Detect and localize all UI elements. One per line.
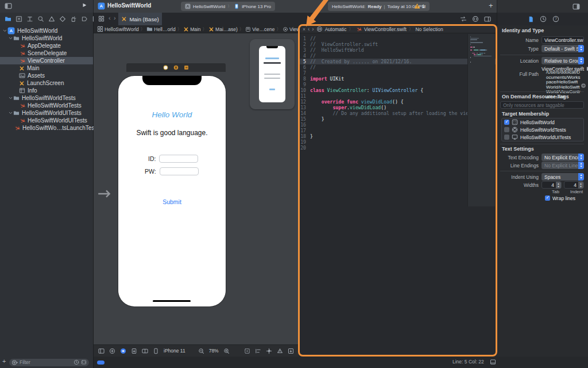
add-editor-icon[interactable] — [484, 16, 491, 22]
code-minimap[interactable] — [467, 34, 495, 206]
nav-project-icon[interactable] — [5, 16, 11, 22]
target-checkbox[interactable] — [504, 135, 509, 140]
scheme-selector[interactable]: HelloSwiftWorld 〉 iPhone 13 Pro — [181, 2, 275, 11]
code-forward-button[interactable]: › — [312, 26, 314, 32]
tab-back-button[interactable]: ‹ — [109, 14, 111, 21]
device-name[interactable]: iPhone 11 — [164, 348, 185, 354]
panel-left-icon[interactable] — [5, 2, 12, 10]
navigator-item-info[interactable]: Info — [0, 87, 93, 94]
sb-preview-icon[interactable] — [120, 348, 126, 354]
history-inspector-icon[interactable] — [540, 16, 547, 22]
text-encoding-dropdown[interactable]: No Explicit Encoding▲▼ — [541, 154, 584, 161]
disclosure-chevron-icon[interactable] — [2, 28, 7, 33]
panel-right-icon[interactable] — [572, 3, 580, 10]
target-checkbox[interactable] — [504, 127, 509, 132]
view-controller-scene[interactable]: Hello World Swift is good language. ID: … — [118, 76, 226, 306]
tag-mini-icon[interactable] — [81, 359, 87, 365]
submit-button[interactable]: Submit — [118, 198, 226, 205]
disclosure-chevron-icon[interactable] — [8, 95, 13, 101]
warning-badge[interactable]: 1 — [414, 3, 425, 9]
filter-field[interactable]: Filter — [9, 359, 89, 366]
swap-arrows-icon[interactable] — [460, 16, 467, 22]
name-field[interactable]: ViewController.swift — [541, 36, 584, 44]
exit-dock-icon[interactable] — [184, 65, 189, 70]
add-constraints-icon[interactable] — [266, 348, 272, 354]
nav-find-icon[interactable] — [37, 16, 44, 22]
zoom-in-icon[interactable] — [223, 348, 230, 354]
vc-dock-icon[interactable] — [163, 65, 168, 70]
new-tab-button[interactable]: + — [489, 1, 493, 10]
navigator-item-helloswiftwo-tslaunchtests[interactable]: HelloSwiftWo…tsLaunchTests — [0, 124, 93, 132]
jump-bar-selection[interactable]: No Selection — [415, 26, 443, 32]
goto-arrow-icon[interactable] — [581, 83, 586, 89]
add-file-button[interactable]: + — [2, 358, 6, 365]
review-circle-icon[interactable] — [472, 16, 479, 22]
breadcrumb-item[interactable]: Hell…orld — [146, 26, 175, 32]
sb-split-icon[interactable] — [142, 348, 148, 354]
help-inspector-icon[interactable]: ? — [552, 16, 559, 22]
tab-forward-button[interactable]: › — [114, 14, 116, 21]
code-back-button[interactable]: ‹ — [308, 26, 310, 32]
sb-device-icon[interactable] — [131, 348, 137, 354]
storyboard-preview-thumbnail[interactable] — [250, 39, 295, 109]
entry-arrow-icon[interactable] — [97, 186, 112, 201]
indent-width-stepper[interactable]: 4▲▼ — [564, 181, 584, 189]
pw-label[interactable]: PW: — [145, 168, 156, 175]
navigator-item-viewcontroller[interactable]: ViewController — [0, 57, 93, 64]
navigator-item-assets[interactable]: Assets — [0, 72, 93, 79]
id-text-field[interactable] — [159, 155, 198, 163]
grid-icon[interactable] — [98, 16, 105, 22]
disclosure-chevron-icon[interactable] — [8, 110, 13, 116]
editor-doc-icon[interactable] — [490, 359, 496, 365]
clock-mini-icon[interactable] — [74, 359, 79, 365]
jump-bar-file[interactable]: ViewController.swift — [364, 26, 407, 32]
navigator-item-helloswiftworlduitests[interactable]: HelloSwiftWorldUITests — [0, 109, 93, 117]
nav-issue-icon[interactable] — [48, 16, 55, 22]
close-assistant-button[interactable]: × — [303, 26, 305, 32]
scheme-name[interactable]: HelloSwiftWorld — [193, 4, 225, 9]
nav-symbol-icon[interactable] — [26, 16, 33, 22]
sb-panel-icon[interactable] — [98, 348, 105, 354]
odr-tags-field[interactable]: Only resources are taggable — [500, 101, 584, 109]
play-icon[interactable] — [82, 2, 87, 8]
navigator-item-helloswiftworldtests[interactable]: HelloSwiftWorldTests — [0, 102, 93, 109]
navigator-item-helloswiftworldtests[interactable]: HelloSwiftWorldTests — [0, 94, 93, 102]
file-inspector-icon[interactable] — [528, 16, 534, 22]
navigator-item-appdelegate[interactable]: AppDelegate — [0, 42, 93, 49]
code-editor[interactable]: × ‹ › Automatic 〉 ViewController.swift 〉… — [299, 25, 497, 356]
tab-width-stepper[interactable]: 4▲▼ — [541, 181, 562, 189]
breadcrumb-item[interactable]: View Controller — [283, 26, 299, 32]
wrap-lines-checkbox[interactable] — [545, 195, 550, 201]
update-frames-icon[interactable] — [244, 348, 250, 354]
navigator-item-helloswiftworld[interactable]: HelloSwiftWorld — [0, 27, 93, 34]
subtitle-label[interactable]: Swift is good language. — [118, 129, 226, 137]
indent-using-dropdown[interactable]: Spaces▲▼ — [541, 173, 584, 181]
disclosure-chevron-icon[interactable] — [8, 36, 13, 41]
breadcrumb-item[interactable]: Mai…ase) — [208, 26, 238, 32]
jump-bar-mode[interactable]: Automatic — [325, 26, 347, 32]
hello-world-label[interactable]: Hello World — [118, 110, 226, 119]
pw-text-field[interactable] — [160, 167, 199, 175]
navigator-item-helloswiftworld[interactable]: HelloSwiftWorld — [0, 34, 93, 42]
sb-phone-icon[interactable] — [153, 348, 159, 354]
zoom-out-icon[interactable] — [198, 348, 204, 354]
nav-test-icon[interactable] — [59, 16, 66, 22]
navigator-item-launchscreen[interactable]: LaunchScreen — [0, 79, 93, 87]
run-destination[interactable]: iPhone 13 Pro — [242, 4, 271, 9]
navigator-item-scenedelegate[interactable]: SceneDelegate — [0, 49, 93, 57]
nav-source-icon[interactable] — [16, 16, 22, 22]
nav-debug-icon[interactable] — [70, 16, 77, 22]
responder-dock-icon[interactable] — [173, 65, 179, 70]
embed-icon[interactable] — [288, 348, 294, 354]
target-checkbox[interactable] — [504, 120, 509, 125]
breadcrumb-item[interactable]: Main — [183, 26, 200, 32]
tab-main-storyboard[interactable]: Main (Base) — [118, 13, 162, 25]
breadcrumb-item[interactable]: Vie…cene — [245, 26, 274, 32]
line-endings-dropdown[interactable]: No Explicit Line Endings▲▼ — [541, 162, 584, 169]
type-dropdown[interactable]: Default - Swift Source▲▼ — [541, 45, 584, 52]
nav-break-icon[interactable] — [81, 16, 88, 22]
resolve-layout-icon[interactable] — [277, 348, 283, 354]
breadcrumb-item[interactable]: HelloSwiftWorld — [97, 26, 139, 32]
sb-vary-icon[interactable] — [109, 348, 115, 354]
zoom-level[interactable]: 78% — [209, 348, 219, 354]
